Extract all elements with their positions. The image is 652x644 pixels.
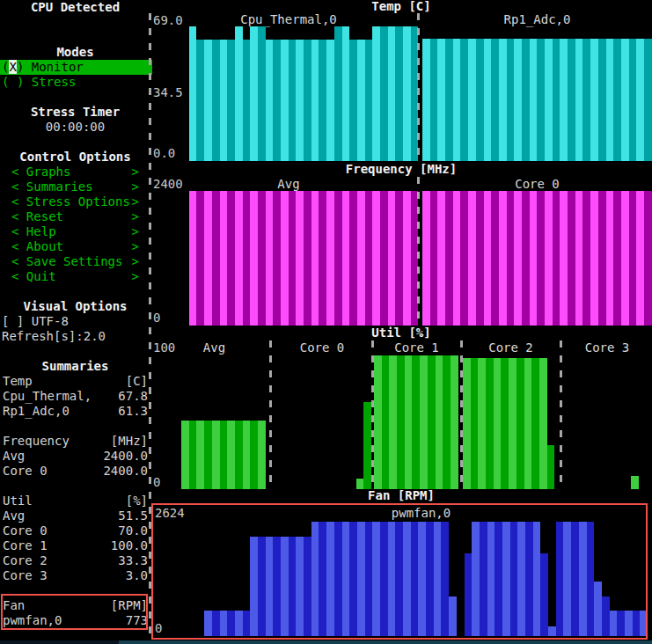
summary-row: Rp1_Adc,061.3 [0,404,150,419]
summary-label: Temp [3,374,33,389]
sidebar: CPU Detected Modes (X) Monitor( ) Stress… [0,0,150,644]
bar [437,39,445,161]
bar [220,191,228,326]
section-separator-line [269,340,272,489]
stress-timer-value: 00:00:00 [0,120,150,135]
summary-row: Frequency[MHz] [0,434,150,449]
bar-series-util [463,355,559,489]
bar [388,191,396,326]
bar [443,355,451,489]
graph-title-frequency-mhz: Frequency [MHz] [150,162,652,177]
bar [326,40,334,161]
bar [568,191,575,326]
bar [499,191,507,326]
summary-row: Core 070.0 [0,523,150,538]
bar [212,191,220,326]
bar [266,191,274,326]
bar [258,26,266,161]
chevron-right-icon: > [132,209,139,224]
bar [227,191,235,326]
summary-label: Core 3 [3,568,48,583]
bar [212,40,220,161]
series-label-core-3: Core 3 [562,340,652,355]
bar [460,39,468,161]
summary-label: Core 2 [3,553,48,568]
bar [522,39,530,161]
section-separator-line [417,177,420,326]
bar [372,191,380,326]
bar [220,421,228,489]
bar [514,39,522,161]
bar [397,355,405,489]
bar [319,40,326,161]
bar [582,191,590,326]
graph-title-fan-rpm: Fan [RPM] [150,488,652,503]
bar [553,191,560,326]
bar [430,39,438,161]
bar [545,39,553,161]
bar [196,421,204,489]
menu-item-reset[interactable]: < Reset> [0,209,150,224]
menu-item-label: < Summaries [11,179,93,194]
bar [468,39,476,161]
bar [380,191,388,326]
utf8-checkbox[interactable]: [ ] UTF-8 [0,314,152,329]
bar [560,191,568,326]
bar [372,26,380,161]
menu-item-summaries[interactable]: < Summaries> [0,179,150,194]
refresh-rate-field[interactable]: Refresh[s]:2.0 [0,329,152,344]
bar-series-util [374,355,459,489]
bar [196,191,204,326]
menu-item-graphs[interactable]: < Graphs> [0,165,150,179]
summary-value: 70.0 [118,523,148,538]
bar [453,191,461,326]
mode-radio-monitor[interactable]: (X) Monitor [0,60,152,75]
menu-item-label: < Reset [11,209,63,224]
bar [380,26,388,161]
bar [445,191,453,326]
bar [289,191,297,326]
bar-series-frequency-mhz [422,191,652,326]
visual-options-header: Visual Options [0,299,150,314]
bar [478,358,486,489]
summary-value: 100.0 [111,538,148,553]
window-bottom-strip-segment [0,640,119,644]
menu-item-about[interactable]: < About> [0,239,150,254]
bar [575,39,583,161]
bar-series-temp-c [422,21,652,161]
mode-radio-stress[interactable]: ( ) Stress [0,75,152,90]
bar [212,421,220,489]
summary-value: 2400.0 [103,449,148,464]
bar [582,39,590,161]
chevron-right-icon: > [132,194,139,209]
bar [437,191,445,326]
menu-item-quit[interactable]: < Quit> [0,269,150,284]
bar [553,39,560,161]
bar [181,421,189,489]
bar [389,355,397,489]
summary-label: Frequency [3,434,70,449]
menu-item-stress-options[interactable]: < Stress Options> [0,194,150,209]
summary-value: [MHz] [111,434,148,449]
summary-value: 33.3 [118,553,148,568]
bar [357,40,365,161]
bar [289,40,297,161]
bar [460,191,468,326]
summary-row: Core 233.3 [0,553,150,568]
series-label-avg: Avg [158,177,419,192]
bar [281,40,289,161]
menu-item-help[interactable]: < Help> [0,224,150,239]
bar [227,40,235,161]
bar [451,355,458,489]
bar [405,355,413,489]
menu-item-label: < Help [11,224,56,239]
bar [326,191,334,326]
bar [486,358,494,489]
menu-item-label: < Stress Options [11,194,130,209]
s-tui-terminal: CPU Detected Modes (X) Monitor( ) Stress… [0,0,652,644]
bar [250,26,258,161]
bar [516,358,524,489]
menu-item-save-settings[interactable]: < Save Settings> [0,254,150,269]
bar [598,39,606,161]
bar [636,191,644,326]
